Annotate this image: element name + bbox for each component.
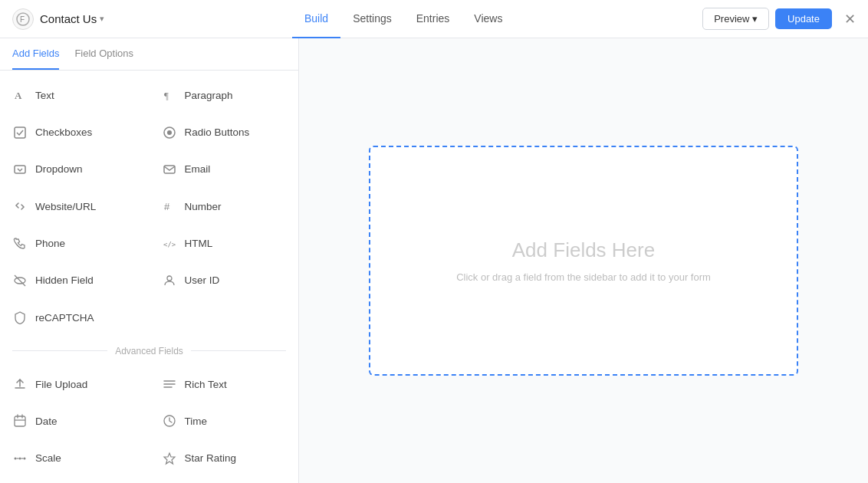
- userid-icon: [162, 273, 177, 288]
- svg-rect-4: [15, 127, 25, 138]
- fileupload-icon: [12, 376, 28, 392]
- header: F Contact Us ▾ Build Settings Entries Vi…: [0, 0, 868, 38]
- field-radio-label: Radio Buttons: [185, 127, 250, 138]
- field-starrating-label: Star Rating: [185, 452, 237, 464]
- html-icon: </>: [162, 236, 177, 251]
- svg-rect-17: [15, 416, 25, 426]
- field-starrating[interactable]: Star Rating: [150, 440, 299, 477]
- field-html-label: HTML: [185, 238, 213, 249]
- field-scale-label: Scale: [35, 452, 61, 464]
- phone-icon: [12, 236, 28, 251]
- field-phone-label: Phone: [35, 238, 65, 249]
- tab-add-fields[interactable]: Add Fields: [12, 38, 59, 70]
- dropdown-icon: [12, 162, 28, 177]
- field-number-label: Number: [185, 201, 222, 212]
- number-icon: #: [162, 199, 177, 214]
- title-chevron[interactable]: ▾: [100, 14, 104, 24]
- field-dropdown-label: Dropdown: [35, 163, 83, 175]
- field-checkboxes-label: Checkboxes: [35, 127, 92, 138]
- field-email-label: Email: [185, 163, 211, 175]
- close-button[interactable]: ✕: [844, 11, 856, 28]
- field-email[interactable]: Email: [150, 151, 299, 188]
- nav-build[interactable]: Build: [292, 0, 340, 38]
- recaptcha-icon: [12, 310, 28, 325]
- field-fileupload[interactable]: File Upload: [0, 366, 150, 402]
- field-date-label: Date: [35, 416, 58, 427]
- main-nav: Build Settings Entries Views: [292, 0, 515, 38]
- field-radio[interactable]: Radio Buttons: [150, 113, 299, 150]
- field-time-label: Time: [185, 416, 208, 427]
- field-website[interactable]: Website/URL: [0, 188, 150, 225]
- preview-button[interactable]: Preview ▾: [702, 8, 769, 30]
- field-text-label: Text: [35, 90, 54, 101]
- form-canvas: Add Fields Here Click or drag a field fr…: [299, 38, 868, 483]
- svg-point-23: [19, 457, 21, 459]
- text-icon: A: [12, 87, 28, 103]
- field-phone[interactable]: Phone: [0, 225, 150, 261]
- svg-point-13: [167, 276, 172, 281]
- hidden-icon: [12, 273, 28, 288]
- svg-marker-27: [164, 453, 175, 464]
- drop-zone-title: Add Fields Here: [512, 238, 655, 262]
- sidebar-tabs: Add Fields Field Options: [0, 38, 298, 71]
- field-recaptcha-label: reCAPTCHA: [35, 312, 94, 324]
- paragraph-icon: ¶: [162, 87, 177, 103]
- header-actions: Preview ▾ Update ✕: [702, 8, 856, 30]
- update-button[interactable]: Update: [775, 8, 832, 29]
- richtext-icon: [162, 376, 177, 392]
- svg-point-22: [15, 457, 17, 459]
- field-website-label: Website/URL: [35, 201, 96, 212]
- drop-zone-subtitle: Click or drag a field from the sidebar t…: [456, 271, 711, 283]
- starrating-icon: [162, 451, 177, 466]
- svg-point-24: [24, 457, 26, 459]
- tab-field-options[interactable]: Field Options: [74, 38, 133, 70]
- email-icon: [162, 162, 177, 177]
- svg-text:#: #: [164, 201, 170, 212]
- nav-entries[interactable]: Entries: [404, 0, 462, 38]
- field-richtext[interactable]: Rich Text: [150, 366, 299, 402]
- field-scale[interactable]: Scale: [0, 440, 150, 477]
- main-layout: Add Fields Field Options A Text ¶ Paragr…: [0, 38, 868, 483]
- svg-text:¶: ¶: [164, 90, 169, 101]
- app-logo: F: [12, 8, 34, 30]
- svg-text:</>: </>: [163, 241, 176, 248]
- svg-point-6: [167, 130, 172, 135]
- field-userid-label: User ID: [185, 274, 220, 286]
- advanced-fields-divider: Advanced Fields: [0, 337, 298, 366]
- drop-zone[interactable]: Add Fields Here Click or drag a field fr…: [369, 146, 798, 376]
- svg-text:F: F: [20, 15, 25, 24]
- nav-views[interactable]: Views: [462, 0, 515, 38]
- field-hidden[interactable]: Hidden Field: [0, 262, 150, 299]
- field-dropdown[interactable]: Dropdown: [0, 151, 150, 188]
- field-date[interactable]: Date: [0, 402, 150, 439]
- form-title: Contact Us: [40, 12, 97, 25]
- field-fileupload-label: File Upload: [35, 379, 87, 390]
- field-paragraph[interactable]: ¶ Paragraph: [150, 77, 299, 113]
- advanced-fields-label: Advanced Fields: [115, 346, 183, 356]
- field-time[interactable]: Time: [150, 402, 299, 439]
- date-icon: [12, 413, 28, 429]
- field-richtext-label: Rich Text: [185, 379, 227, 390]
- field-userid[interactable]: User ID: [150, 262, 299, 299]
- sidebar: Add Fields Field Options A Text ¶ Paragr…: [0, 38, 299, 483]
- field-recaptcha[interactable]: reCAPTCHA: [0, 299, 150, 336]
- svg-rect-7: [15, 166, 25, 173]
- fields-grid: A Text ¶ Paragraph Checkboxes: [0, 71, 298, 483]
- website-icon: [12, 199, 28, 214]
- field-checkboxes[interactable]: Checkboxes: [0, 113, 150, 150]
- nav-settings[interactable]: Settings: [340, 0, 404, 38]
- checkboxes-icon: [12, 125, 28, 140]
- radio-icon: [162, 125, 177, 140]
- svg-rect-8: [164, 166, 175, 173]
- field-html[interactable]: </> HTML: [150, 225, 299, 261]
- field-hidden-label: Hidden Field: [35, 274, 94, 286]
- field-paragraph-label: Paragraph: [185, 90, 233, 101]
- time-icon: [162, 413, 177, 429]
- field-text[interactable]: A Text: [0, 77, 150, 113]
- svg-text:A: A: [15, 90, 22, 101]
- svg-line-12: [15, 275, 25, 286]
- scale-icon: [12, 451, 28, 466]
- field-number[interactable]: # Number: [150, 188, 299, 225]
